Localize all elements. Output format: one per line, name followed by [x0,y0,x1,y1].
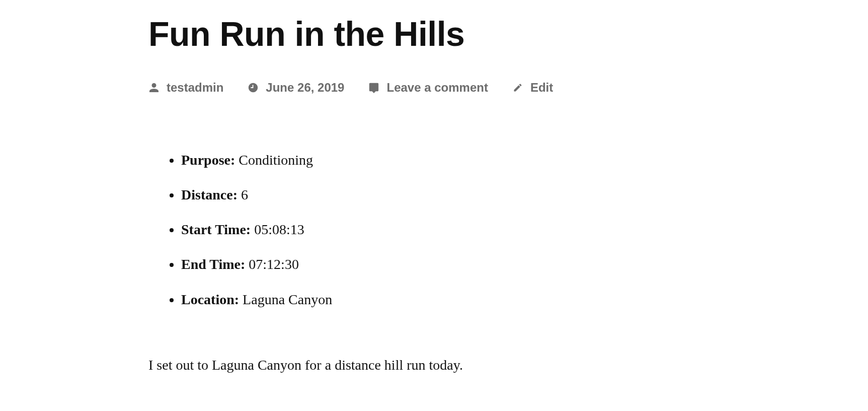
edit-link[interactable]: Edit [530,81,553,95]
post-body: I set out to Laguna Canyon for a distanc… [148,355,702,376]
detail-value: 6 [241,187,248,202]
detail-label: Location: [181,292,239,307]
detail-label: Start Time: [181,222,251,237]
meta-date: June 26, 2019 [248,81,344,95]
comment-link[interactable]: Leave a comment [386,81,488,95]
list-item: Distance: 6 [181,185,702,204]
post-title: Fun Run in the Hills [148,15,702,53]
detail-value: 07:12:30 [249,256,299,272]
meta-edit: Edit [512,81,553,95]
person-icon [148,82,160,93]
list-item: End Time: 07:12:30 [181,254,702,274]
detail-value: Laguna Canyon [243,292,332,307]
clock-icon [248,82,259,93]
author-link[interactable]: testadmin [167,81,223,95]
post-container: Fun Run in the Hills testadmin June 26, … [148,15,702,376]
post-meta: testadmin June 26, 2019 Leave a comment … [148,81,702,95]
list-item: Purpose: Conditioning [181,150,702,170]
list-item: Location: Laguna Canyon [181,290,702,309]
meta-author: testadmin [148,81,223,95]
detail-label: Distance: [181,187,238,202]
list-item: Start Time: 05:08:13 [181,220,702,239]
edit-icon [512,82,523,93]
comment-icon [368,82,379,93]
detail-value: Conditioning [239,152,313,168]
detail-label: Purpose: [181,152,235,168]
details-list: Purpose: Conditioning Distance: 6 Start … [148,150,702,309]
detail-label: End Time: [181,256,245,272]
date-link[interactable]: June 26, 2019 [266,81,344,95]
detail-value: 05:08:13 [254,222,304,237]
meta-comment: Leave a comment [368,81,488,95]
